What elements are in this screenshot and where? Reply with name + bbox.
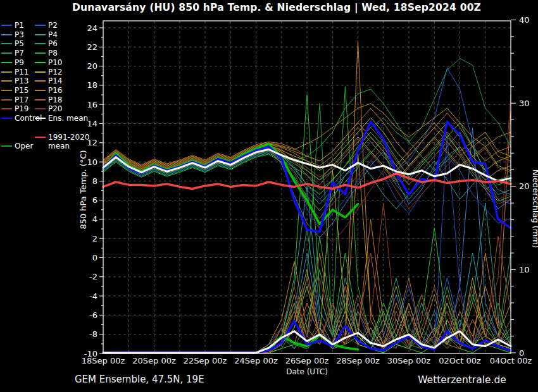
svg-text:02Oct 00z: 02Oct 00z [439,356,481,365]
svg-text:18: 18 [87,80,97,90]
svg-text:26Sep 00z: 26Sep 00z [285,356,329,365]
model-location-label: GEM Ensemble, 47.5N, 19E [75,374,204,385]
svg-text:40: 40 [519,15,530,25]
svg-text:28Sep 00z: 28Sep 00z [336,356,380,365]
svg-text:22Sep 00z: 22Sep 00z [184,356,227,365]
svg-text:20: 20 [519,181,530,191]
x-axis-title: Date (UTC) [286,367,328,376]
right-axis-labels: 010203040 [519,15,530,357]
x-axis-labels: 18Sep 00z20Sep 00z22Sep 00z24Sep 00z26Se… [82,356,532,365]
svg-text:6: 6 [92,195,97,205]
svg-text:-2: -2 [89,272,97,281]
svg-text:30: 30 [519,99,530,108]
svg-text:8: 8 [92,176,97,186]
left-axis-title: 850 hPa Temp. (°C) [78,150,88,229]
svg-text:16: 16 [87,100,97,109]
svg-text:-6: -6 [89,310,97,320]
svg-text:30Sep 00z: 30Sep 00z [387,356,431,365]
svg-text:20Sep 00z: 20Sep 00z [132,356,176,365]
svg-text:-8: -8 [89,329,97,339]
svg-text:20: 20 [87,61,97,71]
svg-text:24: 24 [87,23,97,33]
svg-text:14: 14 [87,119,97,128]
svg-text:4: 4 [92,214,97,224]
svg-text:22: 22 [87,42,97,52]
svg-text:04Oct 00z: 04Oct 00z [490,356,532,365]
svg-text:-4: -4 [89,291,97,301]
left-axis-ticks [99,28,103,353]
svg-text:12: 12 [87,138,97,147]
svg-text:10: 10 [87,157,97,167]
right-axis-title: Niederschlag (mm) [531,169,538,248]
ensemble-meteogram-chart: -10-8-6-4-202468101214161820222401020304… [0,0,538,392]
svg-text:0: 0 [92,253,97,262]
svg-text:18Sep 00z: 18Sep 00z [82,356,125,365]
svg-text:2: 2 [92,234,97,243]
svg-text:10: 10 [519,265,530,274]
svg-text:24Sep 00z: 24Sep 00z [234,356,278,365]
right-axis-ticks [511,20,516,353]
watermark-wetterzentrale: Wetterzentrale.de [408,374,516,386]
